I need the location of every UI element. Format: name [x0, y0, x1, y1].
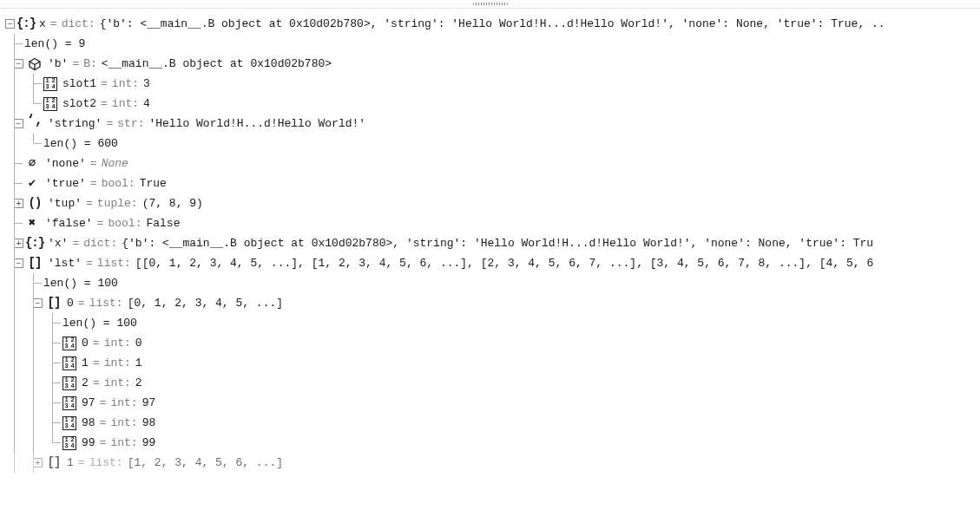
- int-icon: 1234: [62, 436, 76, 450]
- object-icon: [27, 56, 43, 72]
- var-row-slot2[interactable]: 1234 slot2 = int: 4: [5, 94, 980, 114]
- string-icon: ‘,: [27, 114, 43, 129]
- var-type: B:: [83, 54, 97, 74]
- dict-icon: {:}: [27, 236, 43, 252]
- list-icon: []: [46, 296, 62, 311]
- var-row-lst-0-99[interactable]: 1234 99 = int: 99: [5, 433, 980, 453]
- var-row-true[interactable]: ✔ 'true' = bool: True: [5, 173, 980, 193]
- var-name: 'b': [48, 54, 68, 74]
- var-row-x[interactable]: {:} x = dict: {'b': <__main__.B object a…: [5, 14, 980, 34]
- variable-inspector: {:} x = dict: {'b': <__main__.B object a…: [0, 8, 980, 510]
- list-icon: []: [27, 256, 43, 271]
- len-label: len() = 9: [24, 34, 85, 54]
- var-name: x: [39, 14, 46, 34]
- var-value: <__main__.B object at 0x10d02b780>: [102, 54, 332, 74]
- int-icon: 1234: [62, 337, 76, 350]
- var-row-tup[interactable]: () 'tup' = tuple: (7, 8, 9): [5, 193, 980, 213]
- len-row: len() = 9: [5, 34, 980, 54]
- equals: =: [50, 14, 57, 34]
- var-row-slot1[interactable]: 1234 slot1 = int: 3: [5, 74, 980, 94]
- int-icon: 1234: [43, 77, 57, 91]
- dict-icon: {:}: [18, 16, 34, 32]
- int-icon: 1234: [43, 97, 57, 111]
- var-row-string[interactable]: ‘, 'string' = str: 'Hello World!H...d!He…: [5, 114, 980, 134]
- var-value: {'b': <__main__.B object at 0x10d02b780>…: [100, 14, 885, 34]
- var-row-lst-0-0[interactable]: 1234 0 = int: 0: [5, 333, 980, 353]
- bool-true-icon: ✔: [24, 176, 40, 192]
- var-row-lst-1[interactable]: [] 1 = list: [1, 2, 3, 4, 5, 6, ...]: [5, 453, 980, 473]
- var-value: None: [102, 154, 128, 173]
- panel-resize-handle[interactable]: [0, 0, 980, 7]
- var-row-lst[interactable]: [] 'lst' = list: [[0, 1, 2, 3, 4, 5, ...…: [5, 253, 980, 273]
- len-row: len() = 600: [5, 134, 980, 154]
- var-row-lst-0-1[interactable]: 1234 1 = int: 1: [5, 353, 980, 373]
- collapse-toggle[interactable]: [5, 19, 15, 29]
- var-type: dict:: [62, 14, 95, 34]
- var-row-lst-0-97[interactable]: 1234 97 = int: 97: [5, 393, 980, 413]
- int-icon: 1234: [62, 356, 76, 370]
- var-row-lst-0-98[interactable]: 1234 98 = int: 98: [5, 413, 980, 433]
- var-row-lst-0-2[interactable]: 1234 2 = int: 2: [5, 373, 980, 393]
- var-row-b[interactable]: 'b' = B: <__main__.B object at 0x10d02b7…: [5, 54, 980, 74]
- len-row: len() = 100: [5, 273, 980, 293]
- var-row-none[interactable]: ∅ 'none' = None: [5, 154, 980, 173]
- var-row-x-recursive[interactable]: {:} 'x' = dict: {'b': <__main__.B object…: [5, 233, 980, 253]
- var-row-false[interactable]: ✖ 'false' = bool: False: [5, 213, 980, 233]
- tuple-icon: (): [27, 196, 43, 212]
- int-icon: 1234: [62, 376, 76, 390]
- len-row: len() = 100: [5, 313, 980, 333]
- none-icon: ∅: [24, 156, 40, 172]
- bool-false-icon: ✖: [24, 216, 40, 232]
- int-icon: 1234: [62, 396, 76, 410]
- var-row-lst-0[interactable]: [] 0 = list: [0, 1, 2, 3, 4, 5, ...]: [5, 293, 980, 313]
- int-icon: 1234: [62, 416, 76, 430]
- list-icon: []: [46, 455, 62, 471]
